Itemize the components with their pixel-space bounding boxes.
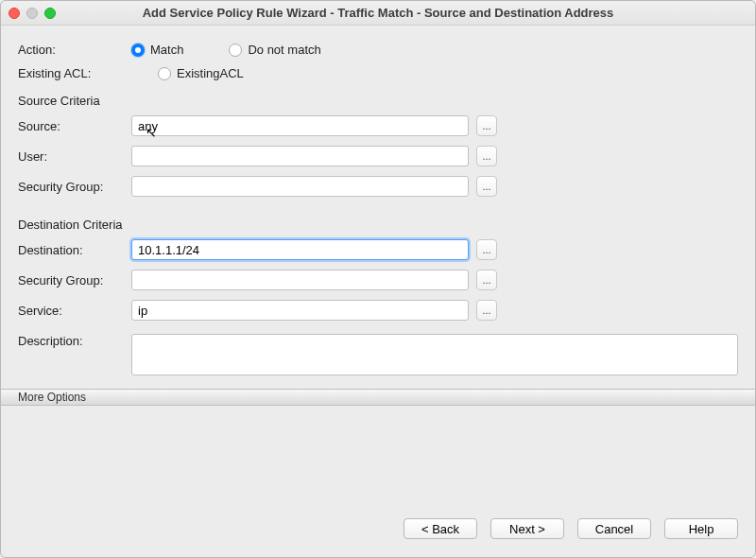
- service-input[interactable]: [131, 300, 469, 321]
- user-input[interactable]: [131, 146, 469, 166]
- source-input[interactable]: [131, 115, 469, 136]
- dst-security-group-label: Security Group:: [18, 273, 131, 288]
- dst-security-group-browse-button[interactable]: ...: [476, 270, 497, 290]
- src-security-group-browse-button[interactable]: ...: [476, 176, 497, 197]
- service-browse-button[interactable]: ...: [476, 300, 497, 321]
- content-area: Action: Match Do not match Existing ACL:…: [1, 26, 755, 510]
- action-radio-group: Match Do not match: [131, 43, 321, 57]
- src-security-group-label: Security Group:: [18, 180, 131, 194]
- more-options-toggle[interactable]: More Options: [1, 389, 755, 406]
- cancel-button[interactable]: Cancel: [577, 518, 651, 539]
- dst-security-group-input[interactable]: [131, 270, 469, 290]
- help-button[interactable]: Help: [664, 518, 738, 539]
- destination-criteria-heading: Destination Criteria: [18, 218, 738, 232]
- window-controls: [9, 8, 56, 19]
- existing-acl-label: Existing ACL:: [18, 66, 131, 80]
- src-security-group-input[interactable]: [131, 176, 469, 197]
- description-textarea[interactable]: [131, 334, 738, 375]
- more-options-label: More Options: [18, 391, 86, 404]
- back-button[interactable]: < Back: [404, 518, 477, 539]
- source-criteria-heading: Source Criteria: [18, 94, 738, 108]
- close-icon[interactable]: [9, 8, 20, 19]
- action-label: Action:: [18, 43, 131, 57]
- source-label: Source:: [18, 119, 131, 133]
- radio-selected-icon: [131, 44, 145, 57]
- titlebar: Add Service Policy Rule Wizard - Traffic…: [1, 1, 755, 26]
- minimize-icon[interactable]: [26, 8, 38, 19]
- radio-existing-acl-label: ExistingACL: [177, 66, 244, 80]
- radio-no-match-label: Do not match: [248, 43, 320, 57]
- destination-input[interactable]: [131, 239, 469, 260]
- radio-match-label: Match: [150, 43, 183, 57]
- radio-match[interactable]: Match: [131, 43, 183, 57]
- service-label: Service:: [18, 304, 131, 318]
- destination-browse-button[interactable]: ...: [476, 239, 497, 260]
- source-browse-button[interactable]: ...: [476, 115, 497, 136]
- footer-buttons: < Back Next > Cancel Help: [1, 510, 755, 557]
- radio-do-not-match[interactable]: Do not match: [229, 43, 320, 57]
- window-title: Add Service Policy Rule Wizard - Traffic…: [9, 6, 747, 20]
- next-button[interactable]: Next >: [490, 518, 564, 539]
- user-label: User:: [18, 149, 131, 164]
- user-browse-button[interactable]: ...: [476, 146, 497, 166]
- radio-unselected-icon: [229, 44, 242, 57]
- wizard-window: Add Service Policy Rule Wizard - Traffic…: [0, 0, 756, 558]
- destination-label: Destination:: [18, 243, 131, 257]
- zoom-icon[interactable]: [44, 8, 56, 19]
- radio-existing-acl[interactable]: ExistingACL: [158, 66, 244, 80]
- description-label: Description:: [18, 334, 131, 348]
- radio-unselected-icon: [158, 67, 171, 80]
